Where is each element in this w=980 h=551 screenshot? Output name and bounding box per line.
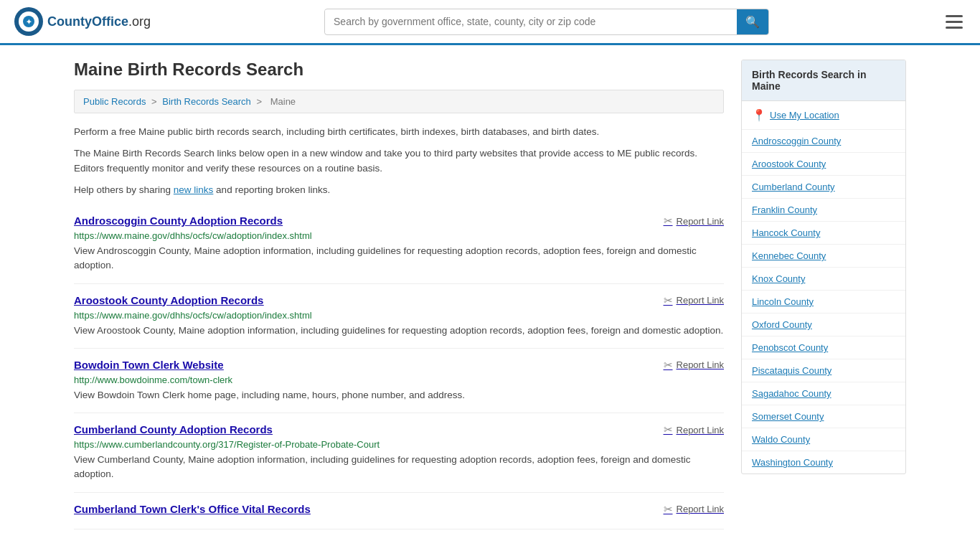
result-title-link[interactable]: Cumberland County Adoption Records [74, 423, 273, 435]
result-item: Cumberland County Adoption Records✂ Repo… [74, 413, 724, 493]
sidebar-county-item: Waldo County [742, 428, 905, 451]
sidebar-use-location-item: 📍 Use My Location [742, 101, 905, 130]
report-link-button[interactable]: ✂ Report Link [664, 503, 724, 516]
sidebar-county-item: Washington County [742, 451, 905, 474]
result-description: View Aroostook County, Maine adoption in… [74, 324, 724, 338]
use-my-location-link[interactable]: Use My Location [770, 110, 839, 121]
result-title-row: Cumberland Town Clerk's Office Vital Rec… [74, 503, 724, 516]
sidebar-county-item: Hancock County [742, 222, 905, 245]
result-title-row: Androscoggin County Adoption Records✂ Re… [74, 215, 724, 227]
sidebar-county-item: Franklin County [742, 199, 905, 222]
sidebar: Birth Records Search in Maine 📍 Use My L… [741, 60, 906, 529]
results-list: Androscoggin County Adoption Records✂ Re… [74, 204, 724, 529]
result-url: https://www.cumberlandcounty.org/317/Reg… [74, 439, 724, 450]
result-title-row: Bowdoin Town Clerk Website✂ Report Link [74, 359, 724, 372]
sidebar-county-item: Lincoln County [742, 291, 905, 314]
description-1: Perform a free Maine public birth record… [74, 125, 724, 139]
menu-line-3 [946, 27, 963, 29]
logo-icon: ✦ [14, 7, 43, 36]
breadcrumb-link-birth-records[interactable]: Birth Records Search [162, 96, 251, 107]
sidebar-county-item: Kennebec County [742, 245, 905, 268]
page-title: Maine Birth Records Search [74, 60, 724, 80]
sidebar-county-link[interactable]: Washington County [752, 457, 833, 468]
result-description: View Androscoggin County, Maine adoption… [74, 244, 724, 273]
report-link-button[interactable]: ✂ Report Link [664, 215, 724, 227]
sidebar-county-link[interactable]: Kennebec County [752, 250, 826, 261]
content-area: Maine Birth Records Search Public Record… [74, 60, 724, 529]
breadcrumb-sep-1: > [151, 96, 159, 107]
report-icon: ✂ [664, 294, 673, 307]
sidebar-header: Birth Records Search in Maine [742, 60, 905, 101]
sidebar-county-link[interactable]: Lincoln County [752, 296, 814, 307]
location-dot-icon: 📍 [752, 108, 766, 122]
sidebar-county-link[interactable]: Cumberland County [752, 182, 835, 192]
site-header: ✦ CountyOffice.org 🔍 [0, 0, 980, 45]
report-link-button[interactable]: ✂ Report Link [664, 423, 724, 436]
search-area: 🔍 [324, 9, 769, 35]
sidebar-county-link[interactable]: Androscoggin County [752, 136, 841, 146]
desc-3-post: and reporting broken links. [213, 184, 330, 195]
result-title-link[interactable]: Bowdoin Town Clerk Website [74, 359, 224, 371]
sidebar-county-item: Androscoggin County [742, 130, 905, 153]
report-icon: ✂ [664, 359, 673, 372]
menu-button[interactable] [943, 12, 966, 32]
result-description: View Cumberland County, Maine adoption i… [74, 453, 724, 482]
result-item: Aroostook County Adoption Records✂ Repor… [74, 284, 724, 349]
menu-line-1 [946, 15, 963, 17]
sidebar-county-link[interactable]: Hancock County [752, 227, 820, 238]
sidebar-county-item: Piscataquis County [742, 359, 905, 382]
result-item: Bowdoin Town Clerk Website✂ Report Linkh… [74, 349, 724, 413]
sidebar-box: Birth Records Search in Maine 📍 Use My L… [741, 60, 906, 474]
search-bar: 🔍 [324, 9, 769, 35]
sidebar-county-item: Knox County [742, 268, 905, 291]
breadcrumb-sep-2: > [256, 96, 264, 107]
sidebar-county-item: Somerset County [742, 405, 905, 428]
sidebar-county-link[interactable]: Oxford County [752, 319, 812, 330]
sidebar-county-item: Sagadahoc County [742, 382, 905, 405]
svg-text:✦: ✦ [26, 18, 32, 26]
sidebar-county-link[interactable]: Aroostook County [752, 159, 826, 169]
sidebar-county-item: Oxford County [742, 314, 905, 336]
sidebar-county-link[interactable]: Piscataquis County [752, 365, 831, 376]
sidebar-county-item: Penobscot County [742, 336, 905, 359]
search-button[interactable]: 🔍 [737, 9, 768, 34]
result-item: Cumberland Town Clerk's Office Vital Rec… [74, 493, 724, 529]
sidebar-county-item: Cumberland County [742, 176, 905, 199]
result-item: Androscoggin County Adoption Records✂ Re… [74, 204, 724, 284]
breadcrumb: Public Records > Birth Records Search > … [74, 90, 724, 113]
sidebar-county-link[interactable]: Penobscot County [752, 342, 828, 353]
main-container: Maine Birth Records Search Public Record… [60, 45, 920, 544]
result-title-row: Aroostook County Adoption Records✂ Repor… [74, 294, 724, 307]
sidebar-county-link[interactable]: Sagadahoc County [752, 388, 831, 399]
new-links-link[interactable]: new links [174, 184, 214, 195]
report-icon: ✂ [664, 215, 673, 227]
sidebar-county-link[interactable]: Somerset County [752, 411, 824, 422]
result-title-link[interactable]: Aroostook County Adoption Records [74, 294, 263, 306]
breadcrumb-current: Maine [270, 96, 296, 107]
result-url: https://www.maine.gov/dhhs/ocfs/cw/adopt… [74, 310, 724, 321]
breadcrumb-link-public-records[interactable]: Public Records [83, 96, 146, 107]
result-description: View Bowdoin Town Clerk home page, inclu… [74, 388, 724, 402]
description-3: Help others by sharing new links and rep… [74, 183, 724, 197]
report-link-button[interactable]: ✂ Report Link [664, 294, 724, 307]
report-icon: ✂ [664, 423, 673, 436]
result-title-link[interactable]: Cumberland Town Clerk's Office Vital Rec… [74, 503, 311, 515]
logo-area: ✦ CountyOffice.org [14, 7, 151, 36]
logo-text: CountyOffice.org [47, 14, 151, 29]
county-list: Androscoggin CountyAroostook CountyCumbe… [742, 130, 905, 474]
menu-line-2 [946, 21, 963, 23]
search-input[interactable] [325, 10, 737, 33]
result-url: https://www.maine.gov/dhhs/ocfs/cw/adopt… [74, 230, 724, 241]
result-title-link[interactable]: Androscoggin County Adoption Records [74, 215, 283, 227]
report-link-button[interactable]: ✂ Report Link [664, 359, 724, 372]
report-icon: ✂ [664, 503, 673, 516]
result-title-row: Cumberland County Adoption Records✂ Repo… [74, 423, 724, 436]
desc-3-pre: Help others by sharing [74, 184, 174, 195]
sidebar-county-item: Aroostook County [742, 153, 905, 176]
sidebar-county-link[interactable]: Knox County [752, 273, 805, 284]
sidebar-county-link[interactable]: Franklin County [752, 204, 817, 215]
result-url: http://www.bowdoinme.com/town-clerk [74, 375, 724, 385]
description-2: The Maine Birth Records Search links bel… [74, 146, 724, 176]
sidebar-county-link[interactable]: Waldo County [752, 434, 810, 445]
